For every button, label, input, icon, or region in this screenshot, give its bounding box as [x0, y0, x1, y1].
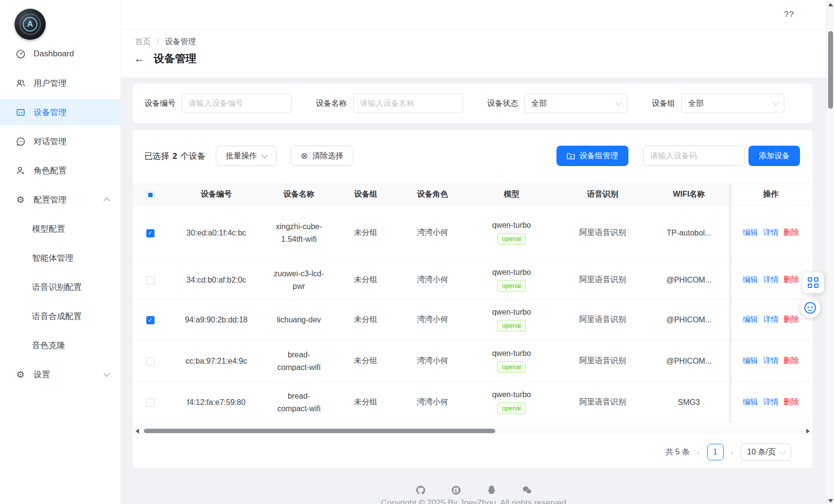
- vertical-scrollbar[interactable]: [826, 0, 834, 504]
- main-content: 设备编号 设备名称 设备状态 全部 设备组 全部 已选择2个设备 批量: [121, 78, 826, 504]
- sidebar-item-config-management[interactable]: ⚙配置管理: [0, 186, 121, 213]
- breadcrumb-separator: /: [156, 37, 158, 46]
- detail-link[interactable]: 详情: [763, 275, 779, 285]
- detail-link[interactable]: 详情: [763, 315, 779, 325]
- add-device-button[interactable]: 添加设备: [748, 146, 800, 166]
- batch-actions-button[interactable]: 批量操作: [216, 146, 277, 166]
- prev-page-arrow-icon[interactable]: ‹: [697, 448, 700, 456]
- asr-cell: 阿里语音识别: [556, 205, 649, 261]
- device-id-cell: 34:cd:b0:af:b2:0c: [168, 261, 265, 300]
- qq-icon[interactable]: [486, 485, 497, 496]
- scroll-left-arrow-icon[interactable]: [136, 429, 139, 434]
- back-arrow-icon[interactable]: ←: [134, 53, 145, 64]
- device-name-cell: xingzhi-cube-1.54tft-wifi: [265, 205, 333, 261]
- pagination: 共 5 条 ‹ 1 › 10 条/页: [665, 443, 791, 461]
- device-status-select[interactable]: 全部: [524, 94, 627, 113]
- github-icon[interactable]: [415, 485, 426, 496]
- sidebar-item-label: 语音合成配置: [32, 311, 82, 322]
- chat-icon: [15, 136, 26, 147]
- page-number-button[interactable]: 1: [707, 444, 724, 460]
- detail-link[interactable]: 详情: [763, 356, 779, 366]
- app-logo[interactable]: A: [15, 9, 46, 40]
- device-status-filter-label: 设备状态: [487, 99, 518, 109]
- edit-link[interactable]: 编辑: [743, 228, 758, 238]
- topbar: ??: [121, 0, 826, 30]
- breadcrumb-home[interactable]: 首页: [135, 37, 151, 46]
- horizontal-scrollbar-thumb[interactable]: [144, 429, 495, 433]
- row-checkbox[interactable]: [146, 357, 155, 366]
- scroll-up-arrow-icon[interactable]: [828, 3, 833, 6]
- model-cell: qwen-turboopenai: [467, 300, 556, 340]
- edit-link[interactable]: 编辑: [743, 356, 758, 366]
- gitee-icon[interactable]: [451, 485, 462, 496]
- filter-bar: 设备编号 设备名称 设备状态 全部 设备组 全部: [133, 84, 813, 123]
- table-row: 34:cd:b0:af:b2:0czuowei-c3-lcd-pwr未分组湾湾小…: [133, 261, 813, 300]
- edit-link[interactable]: 编辑: [743, 315, 758, 325]
- topbar-notice[interactable]: ??: [784, 10, 794, 19]
- delete-link[interactable]: 删除: [783, 356, 799, 366]
- selected-count: 2: [173, 151, 177, 161]
- sidebar-item-tts-config[interactable]: 语音合成配置: [0, 303, 121, 329]
- wifi-name-cell: TP-autobol...: [649, 205, 729, 261]
- sidebar-item-asr-config[interactable]: 语音识别配置: [0, 274, 121, 300]
- device-group-manage-button[interactable]: 设备组管理: [556, 146, 628, 166]
- actions-cell: 编辑详情删除: [729, 205, 813, 261]
- delete-link[interactable]: 删除: [783, 275, 799, 285]
- sidebar-item-settings[interactable]: ⚙设置: [0, 361, 121, 387]
- device-role-cell: 湾湾小何: [399, 205, 467, 261]
- device-id-cell: 30:ed:a0:1f:4c:bc: [168, 205, 265, 261]
- device-group-value: 全部: [688, 99, 704, 109]
- sidebar: A Dashboard用户管理设备管理对话管理角色配置⚙配置管理模型配置智能体管…: [0, 0, 121, 504]
- next-page-arrow-icon[interactable]: ›: [731, 448, 734, 456]
- quick-tools-button[interactable]: [802, 272, 824, 293]
- sidebar-item-label: 角色配置: [34, 165, 67, 176]
- vertical-scrollbar-thumb[interactable]: [828, 31, 833, 109]
- delete-link[interactable]: 删除: [783, 228, 799, 238]
- delete-link[interactable]: 删除: [783, 315, 799, 325]
- horizontal-scrollbar[interactable]: [133, 427, 813, 435]
- assistant-button[interactable]: [800, 298, 820, 318]
- device-name-filter-input[interactable]: [353, 94, 463, 113]
- row-checkbox-cell: ✓: [133, 205, 168, 261]
- select-all-checkbox[interactable]: [146, 191, 155, 199]
- device-name-filter-label: 设备名称: [316, 99, 347, 109]
- edit-link[interactable]: 编辑: [743, 275, 758, 285]
- chevron-down-icon: [104, 370, 110, 377]
- scroll-right-arrow-icon[interactable]: [806, 429, 810, 434]
- device-code-input[interactable]: [643, 146, 745, 166]
- sidebar-item-dashboard[interactable]: Dashboard: [0, 41, 121, 67]
- device-id-filter-input[interactable]: [182, 94, 292, 113]
- detail-link[interactable]: 详情: [763, 397, 779, 407]
- scroll-down-arrow-icon[interactable]: [828, 499, 833, 503]
- sidebar-item-voice-clone[interactable]: 音色克隆: [0, 332, 121, 358]
- copyright-text: Copyright © 2025 By JoeyZhou. All rights…: [121, 498, 826, 504]
- column-header: 设备编号: [168, 184, 265, 205]
- delete-link[interactable]: 删除: [783, 397, 799, 407]
- breadcrumb: 首页 / 设备管理: [135, 37, 196, 47]
- sidebar-item-label: 音色克隆: [32, 340, 65, 351]
- row-checkbox[interactable]: [146, 276, 155, 285]
- device-name-cell: zuowei-c3-lcd-pwr: [265, 261, 333, 300]
- row-checkbox[interactable]: [146, 399, 155, 407]
- sidebar-item-agent-management[interactable]: 智能体管理: [0, 245, 121, 271]
- chevron-down-icon: [772, 100, 779, 106]
- clear-selection-button[interactable]: ⊗ 清除选择: [291, 146, 353, 166]
- row-checkbox[interactable]: ✓: [146, 229, 155, 237]
- page-size-select[interactable]: 10 条/页: [741, 443, 791, 461]
- column-header: 设备角色: [399, 184, 467, 205]
- device-name-cell: bread-compact-wifi: [265, 382, 333, 423]
- sidebar-item-dialog-management[interactable]: 对话管理: [0, 128, 121, 154]
- sidebar-item-device-management[interactable]: 设备管理: [0, 99, 121, 125]
- wechat-icon[interactable]: [521, 485, 533, 496]
- row-checkbox-cell: [133, 382, 168, 423]
- row-checkbox[interactable]: ✓: [146, 316, 155, 324]
- sidebar-item-role-config[interactable]: 角色配置: [0, 157, 121, 184]
- device-table: 设备编号设备名称设备组设备角色模型语音识别WIFI名称操作 ✓30:ed:a0:…: [133, 184, 813, 423]
- detail-link[interactable]: 详情: [763, 228, 779, 238]
- device-group-select[interactable]: 全部: [681, 94, 784, 113]
- edit-link[interactable]: 编辑: [743, 397, 758, 407]
- row-checkbox-cell: [133, 340, 168, 382]
- pagination-total: 共 5 条: [665, 447, 690, 457]
- sidebar-item-user-management[interactable]: 用户管理: [0, 70, 121, 96]
- sidebar-item-model-config[interactable]: 模型配置: [0, 216, 121, 242]
